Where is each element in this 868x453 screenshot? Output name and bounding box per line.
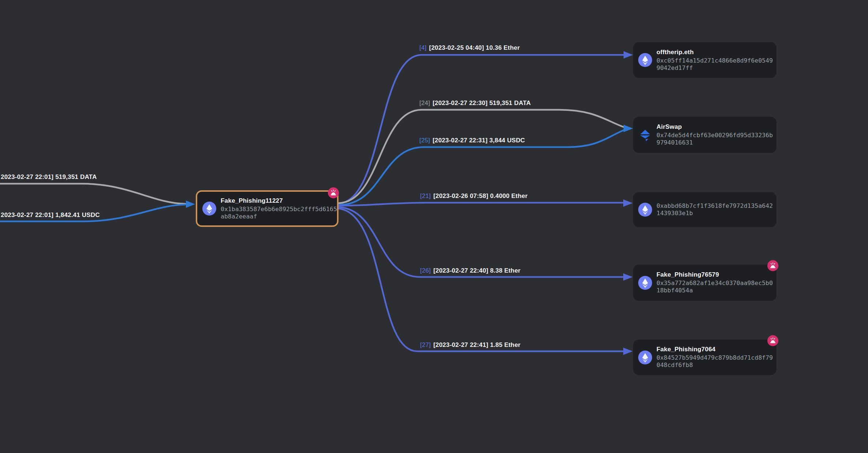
node-title: Fake_Phishing7064 xyxy=(656,346,774,353)
edge-label-21[interactable]: [21][2023-02-26 07:58] 0.4000 Ether xyxy=(420,192,528,200)
node-airswap[interactable]: AirSwap 0x74de5d4fcbf63e00296fd95d33236b… xyxy=(633,117,777,153)
edge-27-ether[interactable] xyxy=(339,209,624,351)
ethereum-icon xyxy=(638,351,652,364)
node-title: Fake_Phishing11227 xyxy=(221,197,338,205)
edge-index: [4] xyxy=(419,44,427,51)
edge-label-in-data[interactable]: 2023-02-27 22:01] 519,351 DATA xyxy=(1,173,97,181)
node-title: AirSwap xyxy=(656,123,774,131)
edge-4-ether[interactable] xyxy=(339,55,624,203)
edge-21-ether[interactable] xyxy=(339,203,624,206)
node-address: 0x35a772a682af1e34c0370aa98ec5b018bbf405… xyxy=(656,280,774,294)
edge-label-26[interactable]: [26][2023-02-27 22:40] 8.38 Ether xyxy=(420,267,520,274)
node-fake-phishing11227[interactable]: Fake_Phishing11227 0x1ba383587e6b6e8925b… xyxy=(196,190,338,227)
alert-siren-icon[interactable] xyxy=(328,187,339,198)
alert-siren-icon[interactable] xyxy=(767,260,778,271)
edge-in-data[interactable] xyxy=(0,184,185,204)
node-title: Fake_Phishing76579 xyxy=(656,271,774,278)
ethereum-icon xyxy=(638,53,652,67)
edge-label-4[interactable]: [4][2023-02-25 04:40] 10.36 Ether xyxy=(419,44,520,52)
edge-label-text: 2023-02-27 22:01] 519,351 DATA xyxy=(1,173,97,180)
edge-label-text: [2023-02-26 07:58] 0.4000 Ether xyxy=(433,192,528,199)
edge-label-text: [2023-02-27 22:31] 3,844 USDC xyxy=(433,137,525,144)
ethereum-icon xyxy=(638,203,652,217)
node-address: 0x74de5d4fcbf63e00296fd95d33236b97940166… xyxy=(656,132,774,146)
graph-canvas[interactable]: 2023-02-27 22:01] 519,351 DATA 2023-02-2… xyxy=(0,0,868,453)
edge-label-in-usdc[interactable]: 2023-02-27 22:01] 1,842.41 USDC xyxy=(1,211,100,219)
edge-label-text: [2023-02-25 04:40] 10.36 Ether xyxy=(429,44,520,51)
alert-siren-icon[interactable] xyxy=(767,335,778,346)
edge-index: [21] xyxy=(420,192,431,199)
arrowhead-into-center xyxy=(186,201,195,208)
edge-index: [25] xyxy=(419,137,430,144)
edge-label-text: 2023-02-27 22:01] 1,842.41 USDC xyxy=(1,211,100,218)
arrowhead-p7064 xyxy=(623,348,633,355)
node-0xabbd68b7[interactable]: 0xabbd68b7cf1f3618fe7972d135a6421439303e… xyxy=(633,192,777,227)
node-address: 0x1ba383587e6b6e8925bc2fff5d6165ab8a2eea… xyxy=(221,206,338,220)
node-address: 0xabbd68b7cf1f3618fe7972d135a6421439303e… xyxy=(656,202,774,217)
edge-label-27[interactable]: [27][2023-02-27 22:41] 1.85 Ether xyxy=(420,341,520,349)
arrowhead-p76579 xyxy=(623,273,633,281)
ethereum-icon xyxy=(638,276,652,290)
airswap-icon xyxy=(638,128,652,142)
node-address: 0xc05ff14a15d271c4866e8d9f6e05499042ed17… xyxy=(656,57,774,72)
node-fake-phishing7064[interactable]: Fake_Phishing7064 0x84527b5949d479c879b8… xyxy=(633,340,777,375)
edge-label-25[interactable]: [25][2023-02-27 22:31] 3,844 USDC xyxy=(419,137,525,144)
edge-label-text: [2023-02-27 22:30] 519,351 DATA xyxy=(433,100,531,106)
node-fake-phishing76579[interactable]: Fake_Phishing76579 0x35a772a682af1e34c03… xyxy=(633,265,777,301)
edge-label-text: [2023-02-27 22:41] 1.85 Ether xyxy=(433,341,520,348)
node-title: offtherip.eth xyxy=(656,49,774,56)
edge-index: [26] xyxy=(420,267,431,274)
arrowhead-abbd xyxy=(623,199,633,207)
node-address: 0x84527b5949d479c879b8dd71cd8f79048cdf6f… xyxy=(656,354,774,369)
edge-index: [24] xyxy=(419,100,430,106)
edge-26-ether[interactable] xyxy=(339,207,624,277)
node-offtherip-eth[interactable]: offtherip.eth 0xc05ff14a15d271c4866e8d9f… xyxy=(633,42,777,78)
edge-index: [27] xyxy=(420,341,431,348)
ethereum-icon xyxy=(202,202,216,216)
arrowhead-offtherip xyxy=(624,51,633,59)
edge-label-24[interactable]: [24][2023-02-27 22:30] 519,351 DATA xyxy=(419,100,531,107)
edge-label-text: [2023-02-27 22:40] 8.38 Ether xyxy=(433,267,520,274)
arrowhead-airswap xyxy=(624,125,633,132)
